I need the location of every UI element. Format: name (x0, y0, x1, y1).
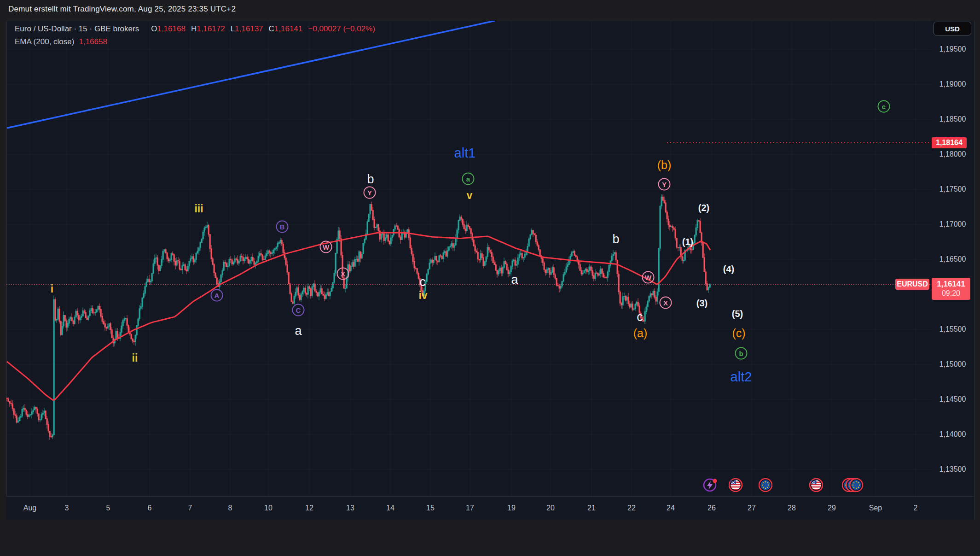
chart-legend: Euro / US-Dollar · 15 · GBE brokers O1,1… (15, 24, 375, 50)
wave-label-Y-circle-pink[interactable]: Y (658, 178, 671, 191)
wave-label-X-circle-pink[interactable]: X (660, 297, 672, 309)
close-value: 1,16141 (274, 24, 302, 34)
time-tick: 26 (707, 504, 716, 512)
axis-corner (931, 496, 974, 520)
eu-flag-stack-icon[interactable] (842, 478, 863, 494)
indicator-row[interactable]: EMA (200, close) 1,16658 (15, 37, 375, 50)
last-price-value: 1,16141 (932, 279, 970, 289)
time-tick: 7 (188, 504, 192, 512)
wave-label-v-yellow[interactable]: v (467, 189, 473, 202)
time-tick: 28 (788, 504, 796, 512)
wave-label-iii-yellow[interactable]: iii (194, 203, 203, 215)
change-value: −0,00027 (−0,02%) (308, 24, 375, 34)
time-tick: 12 (305, 504, 313, 512)
ema-indicator-value: 1,16658 (79, 37, 107, 47)
price-tick: 1,13500 (931, 465, 974, 474)
wave-label-4-paren[interactable]: (4) (723, 264, 734, 275)
wave-label-a-white[interactable]: a (511, 273, 518, 287)
wave-label-c-circle-green[interactable]: c (878, 100, 890, 113)
wave-label-alt2-blue[interactable]: alt2 (731, 369, 752, 385)
time-tick: 20 (546, 504, 555, 512)
chart-widget (6, 21, 974, 520)
wave-label-3-paren[interactable]: (3) (696, 298, 707, 309)
tradingview-screenshot: Demut erstellt mit TradingView.com, Aug … (0, 0, 980, 556)
last-price-label: 1,16141 09:20 (932, 278, 970, 300)
price-tick: 1,14500 (931, 395, 974, 404)
close-label: C (269, 24, 274, 34)
price-axis[interactable]: 1,195001,190001,185001,180001,175001,170… (931, 21, 974, 496)
time-tick: Aug (23, 504, 36, 512)
time-tick: 19 (507, 504, 516, 512)
time-tick: 5 (106, 504, 110, 512)
currency-toggle-button[interactable]: USD (934, 22, 971, 35)
wave-label-A-circle-purple[interactable]: A (211, 289, 223, 302)
price-tick: 1,17000 (931, 220, 974, 228)
us-flag-icon[interactable] (729, 478, 742, 494)
price-tick: 1,19500 (931, 45, 974, 53)
price-tick: 1,18000 (931, 150, 974, 158)
low-value: 1,16137 (235, 24, 263, 34)
wave-label-b-orange[interactable]: (b) (657, 158, 672, 172)
wave-label-Y-circle-pink[interactable]: Y (364, 187, 376, 199)
economic-event-icon[interactable] (703, 478, 718, 494)
time-tick: 29 (828, 504, 836, 512)
time-axis[interactable]: Aug35678101213141517192021222426272829Se… (6, 496, 931, 520)
high-label: H (191, 24, 197, 34)
wave-label-i-yellow[interactable]: i (51, 283, 53, 295)
time-tick: 13 (346, 504, 354, 512)
price-tick: 1,19000 (931, 80, 974, 88)
wave-label-5-paren[interactable]: (5) (732, 309, 743, 319)
symbol-title[interactable]: Euro / US-Dollar · 15 · GBE brokers (15, 24, 139, 34)
price-tick: 1,16500 (931, 255, 974, 263)
eu-flag-icon[interactable] (759, 478, 772, 494)
open-label: O (151, 24, 157, 34)
wave-label-c-white[interactable]: c (419, 275, 426, 289)
price-tick: 1,17500 (931, 185, 974, 193)
symbol-row[interactable]: Euro / US-Dollar · 15 · GBE brokers O1,1… (15, 24, 375, 37)
price-tick: 1,15500 (931, 325, 974, 334)
time-tick: 2 (914, 504, 918, 512)
wave-label-b-white[interactable]: b (612, 232, 619, 246)
wave-label-c-white[interactable]: c (637, 310, 643, 324)
wave-label-c-orange[interactable]: (c) (732, 327, 745, 340)
ema-indicator-label[interactable]: EMA (200, close) (15, 37, 74, 47)
wave-label-W-circle-pink[interactable]: W (642, 271, 655, 284)
right-margin-strip (974, 0, 980, 556)
price-tick: 1,18500 (931, 115, 974, 123)
wave-label-b-circle-green[interactable]: b (735, 347, 748, 360)
symbol-price-badge: EURUSD (895, 279, 929, 290)
wave-label-C-circle-purple[interactable]: C (292, 304, 305, 316)
share-watermark: Demut erstellt mit TradingView.com, Aug … (8, 5, 236, 14)
time-tick: 24 (667, 504, 675, 512)
us-flag-icon[interactable] (809, 478, 823, 494)
time-tick: Sep (869, 504, 882, 512)
time-tick: 17 (466, 504, 474, 512)
time-tick: 3 (65, 504, 69, 512)
wave-label-1-paren[interactable]: (1) (682, 237, 693, 247)
wave-label-X-circle-pink[interactable]: X (337, 268, 349, 280)
high-value: 1,16172 (197, 24, 225, 34)
wave-label-b-white[interactable]: b (367, 172, 374, 187)
footer-bar: TradingView (0, 520, 980, 556)
wave-label-iv-yellow[interactable]: iv (418, 289, 427, 302)
level-price-label: 1,18164 (932, 137, 967, 148)
wave-label-W-circle-pink[interactable]: W (320, 241, 332, 253)
time-tick: 22 (627, 504, 636, 512)
time-tick: 8 (228, 504, 232, 512)
time-tick: 27 (748, 504, 756, 512)
time-tick: 10 (264, 504, 273, 512)
wave-label-ii-yellow[interactable]: ii (132, 352, 138, 364)
wave-label-alt1-blue[interactable]: alt1 (454, 146, 476, 161)
price-tick: 1,15000 (931, 360, 974, 369)
time-tick: 21 (587, 504, 596, 512)
time-tick: 14 (386, 504, 394, 512)
low-label: L (231, 24, 235, 34)
wave-label-a-orange[interactable]: (a) (633, 327, 648, 340)
wave-label-2-paren[interactable]: (2) (698, 203, 709, 213)
wave-label-a-white[interactable]: a (295, 324, 302, 338)
price-tick: 1,14000 (931, 430, 974, 439)
wave-label-a-circle-green[interactable]: a (462, 173, 475, 185)
wave-label-B-circle-purple[interactable]: B (276, 221, 289, 233)
candle-countdown: 09:20 (932, 289, 970, 298)
time-tick: 6 (148, 504, 152, 512)
